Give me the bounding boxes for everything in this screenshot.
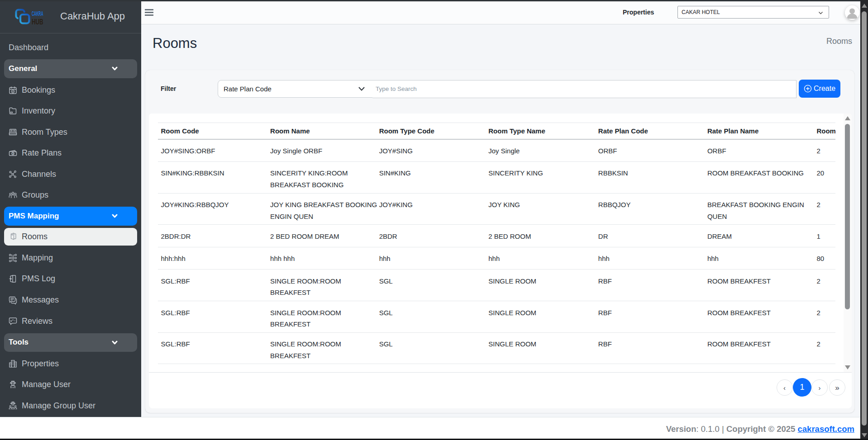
svg-text:CAKRA: CAKRA (32, 10, 43, 17)
svg-text:$: $ (12, 152, 14, 155)
svg-text:HUB: HUB (32, 18, 43, 25)
